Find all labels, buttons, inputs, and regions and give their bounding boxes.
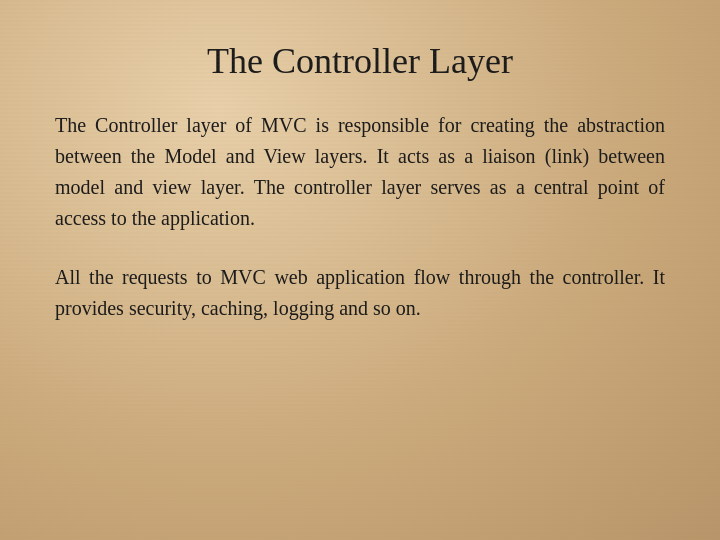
slide-container: The Controller Layer The Controller laye… [0, 0, 720, 540]
paragraph-2: All the requests to MVC web application … [55, 262, 665, 324]
slide-title: The Controller Layer [55, 40, 665, 82]
paragraph-1: The Controller layer of MVC is responsib… [55, 110, 665, 234]
